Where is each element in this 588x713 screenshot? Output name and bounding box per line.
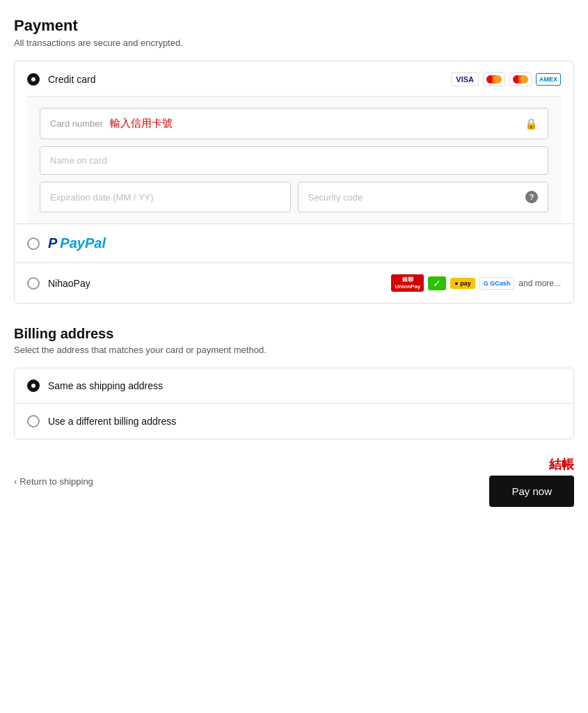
pay-now-area: 結帳 Pay now bbox=[489, 456, 574, 507]
name-placeholder: Name on card bbox=[50, 155, 538, 166]
gcash-badge: G GCash bbox=[479, 277, 515, 290]
nihao-pay-radio[interactable] bbox=[27, 277, 40, 290]
pay-now-button[interactable]: Pay now bbox=[489, 476, 574, 507]
paypal-radio[interactable] bbox=[27, 237, 40, 250]
amex-logo: AMEX bbox=[536, 73, 561, 86]
card-number-field[interactable]: Card number 輸入信用卡號 🔒 bbox=[40, 108, 548, 139]
billing-title: Billing address bbox=[14, 326, 574, 342]
different-billing-label: Use a different billing address bbox=[48, 416, 176, 427]
chevron-left-icon: ‹ bbox=[14, 476, 17, 487]
return-to-shipping-link[interactable]: ‹ Return to shipping bbox=[14, 476, 93, 487]
visa-logo: VISA bbox=[451, 72, 479, 86]
security-code-field[interactable]: Security code ? bbox=[298, 182, 549, 212]
bottom-bar: ‹ Return to shipping 結帳 Pay now bbox=[14, 456, 574, 507]
expiry-security-row: Expiration date (MM / YY) Security code … bbox=[40, 182, 548, 212]
card-number-hint-chinese: 輸入信用卡號 bbox=[110, 117, 173, 129]
paypal-option[interactable]: P PayPal bbox=[15, 224, 573, 263]
ypay-badge: ● pay bbox=[450, 278, 475, 289]
security-help-icon[interactable]: ? bbox=[525, 191, 538, 203]
expiry-placeholder: Expiration date (MM / YY) bbox=[50, 192, 280, 203]
security-placeholder: Security code bbox=[308, 192, 526, 203]
same-as-shipping-radio[interactable] bbox=[27, 379, 40, 392]
same-as-shipping-option[interactable]: Same as shipping address bbox=[15, 368, 573, 404]
different-billing-radio[interactable] bbox=[27, 415, 40, 428]
payment-section: Credit card VISA AMEX Card number 輸入信用卡號 bbox=[14, 61, 574, 304]
card-number-placeholder: Card number 輸入信用卡號 bbox=[50, 117, 525, 130]
nihao-pay-label: NihaoPay bbox=[48, 278, 90, 289]
wechat-badge: ✓ bbox=[428, 276, 446, 290]
page-subtitle: All transactions are secure and encrypte… bbox=[14, 38, 574, 48]
same-as-shipping-label: Same as shipping address bbox=[48, 380, 163, 391]
nihao-logos: 銀聯UnionPay ✓ ● pay G GCash and more... bbox=[391, 274, 561, 292]
page-title: Payment bbox=[14, 17, 574, 35]
different-billing-option[interactable]: Use a different billing address bbox=[15, 404, 573, 439]
credit-card-form: Card number 輸入信用卡號 🔒 Name on card Expira… bbox=[27, 96, 561, 224]
expiry-field[interactable]: Expiration date (MM / YY) bbox=[40, 182, 291, 212]
lock-icon: 🔒 bbox=[525, 118, 538, 130]
credit-card-radio[interactable] bbox=[27, 73, 40, 86]
and-more-text: and more... bbox=[518, 279, 561, 288]
billing-subtitle: Select the address that matches your car… bbox=[14, 345, 574, 355]
billing-section: Same as shipping address Use a different… bbox=[14, 368, 574, 439]
checkout-label: 結帳 bbox=[549, 456, 574, 473]
unionpay-badge: 銀聯UnionPay bbox=[391, 274, 424, 292]
card-logos: VISA AMEX bbox=[451, 72, 561, 86]
maestro-logo bbox=[483, 72, 505, 86]
paypal-logo: P PayPal bbox=[48, 235, 106, 251]
mastercard-logo bbox=[509, 72, 532, 86]
nihao-pay-option[interactable]: NihaoPay 銀聯UnionPay ✓ ● pay G GCash and … bbox=[15, 263, 573, 303]
credit-card-label: Credit card bbox=[48, 74, 95, 85]
name-on-card-field[interactable]: Name on card bbox=[40, 146, 548, 175]
